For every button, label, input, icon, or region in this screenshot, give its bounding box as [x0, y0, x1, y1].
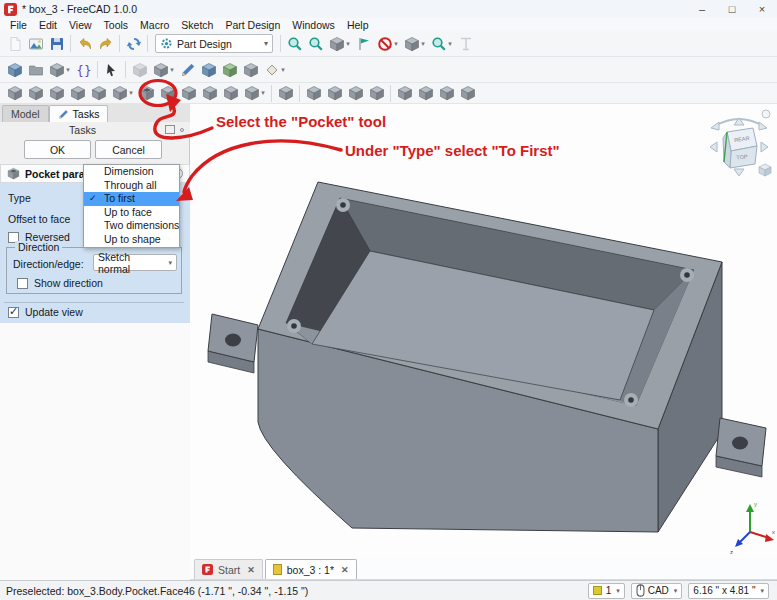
ok-button[interactable]: OK	[24, 140, 91, 159]
tab-model[interactable]: Model	[2, 105, 49, 122]
menu-sketch[interactable]: Sketch	[175, 19, 219, 31]
map-sketch-icon[interactable]	[219, 59, 240, 80]
chamfer-icon[interactable]	[324, 84, 345, 103]
menu-windows[interactable]: Windows	[286, 19, 341, 31]
tab-box3-document[interactable]: box_3 : 1*	[265, 559, 357, 579]
whats-this-icon[interactable]	[101, 59, 122, 80]
make-link-icon[interactable]	[46, 59, 73, 80]
panel-divider	[4, 302, 184, 303]
menu-tools[interactable]: Tools	[98, 19, 135, 31]
navigation-style-selector[interactable]: CAD	[631, 583, 683, 599]
menu-view[interactable]: View	[63, 19, 98, 31]
pad-icon[interactable]	[4, 84, 25, 103]
menu-macro[interactable]: Macro	[134, 19, 175, 31]
fit-all-icon[interactable]	[284, 33, 305, 54]
navigation-off-icon[interactable]	[374, 33, 401, 54]
dropdown-item-to-first[interactable]: ✓To first	[84, 192, 179, 206]
save-icon[interactable]	[46, 33, 67, 54]
multitransform-icon[interactable]	[457, 84, 478, 103]
close-start-tab-icon[interactable]	[247, 565, 255, 575]
subtractive-loft-icon[interactable]	[199, 84, 220, 103]
type-label: Type	[8, 192, 31, 204]
thickness-icon[interactable]	[366, 84, 387, 103]
menu-edit[interactable]: Edit	[33, 19, 63, 31]
dropdown-item-two-dimensions[interactable]: Two dimensions	[84, 219, 179, 233]
nav-cube-top-label[interactable]: TOP	[736, 154, 748, 161]
float-panel-icon[interactable]	[165, 125, 175, 134]
mirrored-icon[interactable]	[394, 84, 415, 103]
menu-file[interactable]: File	[4, 19, 33, 31]
document-icon	[273, 564, 282, 575]
menu-help[interactable]: Help	[341, 19, 375, 31]
groove-icon[interactable]	[178, 84, 199, 103]
menu-part-design[interactable]: Part Design	[219, 19, 286, 31]
create-body-icon[interactable]	[129, 59, 150, 80]
validate-sketch-icon[interactable]	[198, 59, 219, 80]
clipping-plane-icon[interactable]	[353, 33, 374, 54]
minimize-button[interactable]: –	[687, 0, 717, 18]
nav-cube-mini-icon[interactable]	[759, 164, 771, 176]
create-datum-icon[interactable]	[261, 59, 288, 80]
create-group-icon[interactable]	[25, 59, 46, 80]
linear-pattern-icon[interactable]	[415, 84, 436, 103]
dropdown-item-through-all[interactable]: Through all	[84, 179, 179, 193]
shapebinder-icon[interactable]	[240, 59, 261, 80]
measure-icon[interactable]	[455, 33, 476, 54]
svg-text:z: z	[730, 549, 733, 555]
create-part-icon[interactable]	[4, 59, 25, 80]
cancel-button[interactable]: Cancel	[95, 140, 162, 159]
view-cube-icon[interactable]	[326, 33, 353, 54]
additive-helix-icon[interactable]	[88, 84, 109, 103]
boolean-icon[interactable]	[275, 84, 296, 103]
open-icon[interactable]	[25, 33, 46, 54]
additive-loft-icon[interactable]	[46, 84, 67, 103]
update-view-checkbox[interactable]: Update view	[8, 306, 83, 318]
pocket-icon[interactable]	[136, 84, 157, 103]
tab-tasks[interactable]: Tasks	[49, 105, 109, 122]
pocket-icon-small	[7, 167, 20, 180]
annotation-select-pocket: Select the "Pocket" tool	[216, 113, 386, 130]
fillet-icon[interactable]	[303, 84, 324, 103]
annotation-type-to-first: Under "Type" select "To First"	[345, 142, 560, 159]
navigation-cube[interactable]: REAR TOP	[703, 106, 775, 184]
subtractive-primitive-icon[interactable]	[241, 84, 268, 103]
freecad-logo-icon	[4, 3, 17, 16]
create-sketch-icon[interactable]	[150, 59, 177, 80]
hole-icon[interactable]	[157, 84, 178, 103]
show-direction-checkbox-box[interactable]	[17, 278, 28, 289]
polar-pattern-icon[interactable]	[436, 84, 457, 103]
edit-sketch-icon[interactable]	[177, 59, 198, 80]
close-box3-tab-icon[interactable]	[341, 565, 349, 575]
update-view-checkbox-box[interactable]	[8, 307, 19, 318]
workbench-selector[interactable]: Part Design	[155, 34, 273, 53]
fit-selection-icon[interactable]	[305, 33, 326, 54]
3d-viewport[interactable]: y x z REA	[190, 104, 777, 580]
undo-icon[interactable]	[74, 33, 95, 54]
expression-icon[interactable]	[73, 59, 94, 80]
dropdown-item-up-to-shape[interactable]: Up to shape	[84, 233, 179, 247]
panel-options-icon[interactable]	[180, 128, 184, 132]
dropdown-item-up-to-face[interactable]: Up to face	[84, 206, 179, 220]
axonometric-view-icon[interactable]	[401, 33, 428, 54]
new-document-icon[interactable]	[4, 33, 25, 54]
revolution-icon[interactable]	[25, 84, 46, 103]
additive-primitive-icon[interactable]	[109, 84, 136, 103]
dropdown-item-dimension[interactable]: Dimension	[84, 165, 179, 179]
view-size-selector[interactable]: 6.16 " x 4.81 "	[688, 583, 769, 599]
tasks-header: Tasks	[0, 122, 190, 137]
maximize-button[interactable]: □	[717, 0, 747, 18]
direction-edge-combo[interactable]: Sketch normal	[93, 254, 177, 271]
tab-start[interactable]: Start	[194, 559, 263, 579]
additive-pipe-icon[interactable]	[67, 84, 88, 103]
layer-selector[interactable]: 1	[588, 583, 625, 599]
box-model[interactable]: y x z	[190, 104, 777, 558]
show-direction-checkbox[interactable]: Show direction	[17, 277, 103, 289]
subtractive-pipe-icon[interactable]	[220, 84, 241, 103]
pencil-icon	[58, 109, 69, 120]
refresh-icon[interactable]	[123, 33, 144, 54]
dock-tab-bar: Model Tasks	[0, 104, 190, 122]
redo-icon[interactable]	[95, 33, 116, 54]
draft-icon[interactable]	[345, 84, 366, 103]
close-button[interactable]: ×	[747, 0, 777, 18]
zoom-tools-icon[interactable]	[428, 33, 455, 54]
